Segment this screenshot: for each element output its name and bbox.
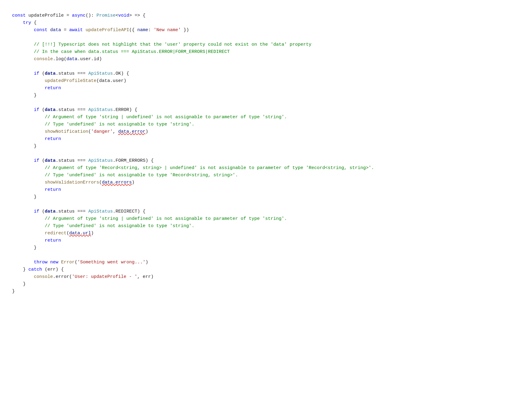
code-line-30: } catch (err) {	[9, 266, 523, 273]
code-editor: const updateProfile = async(): Promise<v…	[9, 6, 523, 407]
code-line-blank-5	[9, 201, 523, 208]
code-line-33: }	[9, 288, 523, 295]
code-line-13: // Type 'undefined' is not assignable to…	[9, 121, 523, 128]
code-line-10: }	[9, 92, 523, 99]
code-line-12: // Argument of type 'string | undefined'…	[9, 114, 523, 121]
code-line-32: }	[9, 281, 523, 288]
code-line-25: // Type 'undefined' is not assignable to…	[9, 223, 523, 230]
code-line-3: const data = await updateProfileAPI({ na…	[9, 27, 523, 34]
code-line-9: return	[9, 85, 523, 92]
code-line-blank-6	[9, 252, 523, 259]
code-line-6: console.log(data.user.id)	[9, 56, 523, 63]
code-line-4: // [!!!] Typescript does not highlight t…	[9, 41, 523, 48]
code-line-15: return	[9, 135, 523, 143]
code-line-28: }	[9, 244, 523, 252]
code-line-2: try {	[9, 19, 523, 27]
code-line-blank-4	[9, 150, 523, 157]
code-line-blank-3	[9, 99, 523, 106]
code-line-14: showNotification('danger', data.error)	[9, 128, 523, 135]
code-line-16: }	[9, 143, 523, 150]
code-line-22: }	[9, 194, 523, 201]
code-line-11: if (data.status === ApiStatus.ERROR) {	[9, 106, 523, 114]
code-line-23: if (data.status === ApiStatus.REDIRECT) …	[9, 208, 523, 215]
code-line-19: // Type 'undefined' is not assignable to…	[9, 172, 523, 179]
code-line-20: showValidationErrors(data.errors)	[9, 179, 523, 186]
code-line-blank-1	[9, 34, 523, 41]
code-line-7: if (data.status === ApiStatus.OK) {	[9, 70, 523, 77]
code-line-21: return	[9, 186, 523, 194]
code-line-27: return	[9, 237, 523, 244]
code-line-1: const updateProfile = async(): Promise<v…	[9, 12, 523, 19]
code-line-29: throw new Error('Something went wrong...…	[9, 259, 523, 266]
code-line-blank-2	[9, 63, 523, 70]
code-line-8: updatedProfileState(data.user)	[9, 77, 523, 85]
code-line-26: redirect(data.url)	[9, 230, 523, 237]
code-line-18: // Argument of type 'Record<string, stri…	[9, 164, 523, 172]
code-line-17: if (data.status === ApiStatus.FORM_ERROR…	[9, 157, 523, 164]
code-line-5: // In the case when data.status === ApiS…	[9, 48, 523, 56]
code-line-31: console.error('User: updateProfile - ', …	[9, 273, 523, 281]
code-line-24: // Argument of type 'string | undefined'…	[9, 215, 523, 223]
